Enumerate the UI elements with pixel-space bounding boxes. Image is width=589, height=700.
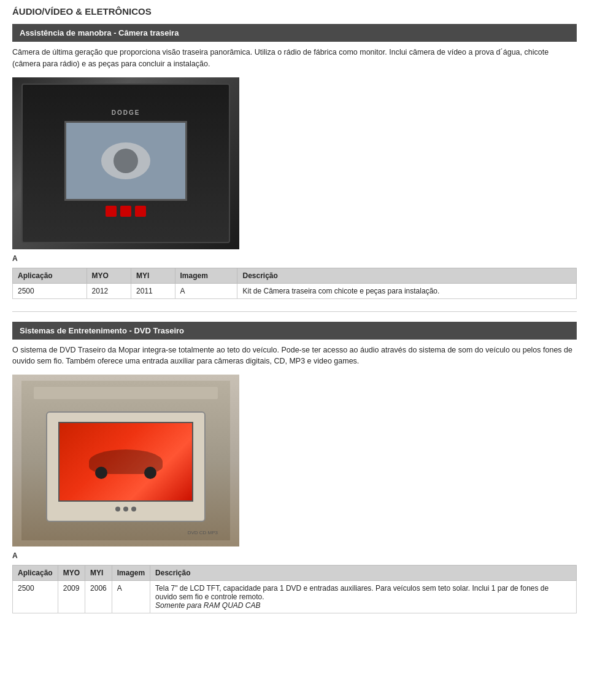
th-myi-1: MYI [131,268,175,283]
section-camera: Assistência de manobra - Câmera traseira… [12,24,577,299]
section-divider [12,311,577,312]
btn-red2 [120,206,131,217]
camera-row-myi: 2011 [131,283,175,298]
wheel-right [144,467,156,479]
dvd-row-descricao-italic: Somente para RAM QUAD CAB [155,601,260,610]
ctrl-dot2 [123,507,128,511]
th-descricao-2: Descrição [150,566,577,581]
ctrl-dot3 [131,507,136,511]
dvd-unit: DVD CD MP3 [21,381,230,540]
th-myi-2: MYI [85,566,112,581]
th-aplicacao-2: Aplicação [13,566,58,581]
camera-image-inner: DODGE [12,77,239,249]
dvd-controls [115,507,136,511]
camera-unit: DODGE [21,84,230,243]
dvd-table-header-row: Aplicação MYO MYI Imagem Descrição [13,566,577,581]
page-container: ÁUDIO/VÍDEO & ELETRÔNICOS Assistência de… [0,0,589,638]
ceiling-mount [34,387,218,399]
section-dvd: Sistemas de Entretenimento - DVD Traseir… [12,322,577,614]
camera-lens-inner [114,149,138,173]
dvd-row-descricao: Tela 7" de LCD TFT, capacidade para 1 DV… [150,581,577,613]
th-myo-1: MYO [87,268,131,283]
racecar-silhouette [89,449,163,474]
camera-screen [64,121,187,201]
camera-table-header-row: Aplicação MYO MYI Imagem Descrição [13,268,577,283]
camera-row-descricao: Kit de Câmera traseira com chicote e peç… [237,283,577,298]
dvd-row-imagem: A [112,581,150,613]
camera-parts-table: Aplicação MYO MYI Imagem Descrição 2500 … [12,268,577,299]
dvd-row-aplicacao: 2500 [13,581,58,613]
dvd-table-row: 2500 2009 2006 A Tela 7" de LCD TFT, cap… [13,581,577,613]
dvd-screen [58,422,193,502]
th-aplicacao-1: Aplicação [13,268,87,283]
camera-product-image: DODGE [12,77,239,249]
th-imagem-2: Imagem [112,566,150,581]
dvd-product-image: DVD CD MP3 [12,375,239,546]
section-camera-header: Assistência de manobra - Câmera traseira [12,24,577,42]
dvd-monitor-box [46,411,206,522]
btn-red3 [135,206,146,217]
dvd-row-myi: 2006 [85,581,112,613]
wheel-left [95,467,107,479]
camera-lens [101,142,150,179]
th-descricao-1: Descrição [237,268,577,283]
section-dvd-header: Sistemas de Entretenimento - DVD Traseir… [12,322,577,340]
camera-table-row: 2500 2012 2011 A Kit de Câmera traseira … [13,283,577,298]
dvd-image-label: A [12,551,577,560]
dvd-parts-table: Aplicação MYO MYI Imagem Descrição 2500 … [12,565,577,613]
dvd-row-myo: 2009 [58,581,85,613]
dvd-slot-label: DVD CD MP3 [188,530,218,535]
th-myo-2: MYO [58,566,85,581]
section-camera-desc1: Câmera de última geração que proporciona… [12,47,577,70]
page-title: ÁUDIO/VÍDEO & ELETRÔNICOS [12,6,577,17]
camera-row-imagem: A [175,283,237,298]
btn-red [106,206,117,217]
camera-row-myo: 2012 [87,283,131,298]
ctrl-dot1 [115,507,120,511]
brand-label: DODGE [112,109,141,116]
button-row [106,206,146,217]
section-dvd-desc: O sistema de DVD Traseiro da Mopar integ… [12,344,577,368]
dvd-image-inner: DVD CD MP3 [12,375,239,546]
camera-image-label: A [12,254,577,263]
th-imagem-1: Imagem [175,268,237,283]
camera-row-aplicacao: 2500 [13,283,87,298]
